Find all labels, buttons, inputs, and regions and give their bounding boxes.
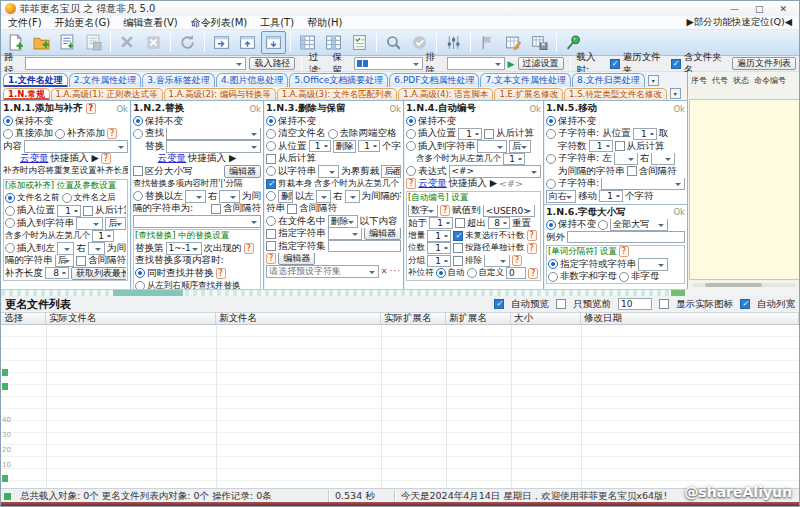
separator-combo[interactable] [638,258,668,271]
find-combo[interactable] [166,128,261,141]
tab-overflow-button[interactable]: ▾ [648,75,659,86]
non-alpha-radio[interactable] [619,272,629,282]
spec-string-checkbox[interactable] [266,229,276,239]
right-combo[interactable] [219,190,240,203]
cmd-col-code[interactable]: 代号 [712,75,728,86]
select-list-icon[interactable] [347,31,372,54]
custom-pad-radio[interactable] [467,268,477,278]
in-name-radio[interactable] [266,216,276,226]
clear-list-icon[interactable] [141,31,166,54]
before-name-radio[interactable] [5,193,15,203]
keep-radio[interactable] [546,116,556,126]
subtab-match-list[interactable]: 1.A.高级(3): 文件名匹配列表 [277,88,398,100]
preview-first-checkbox[interactable] [556,299,566,309]
left-combo[interactable] [614,153,638,166]
preset-charset-combo[interactable]: 请选择预设字符集 [266,265,379,278]
replace-combo[interactable] [166,140,261,153]
case-sensitive-checkbox[interactable] [133,166,143,176]
keep-radio[interactable] [133,116,143,126]
position-spinner[interactable]: 1 [633,128,657,140]
include-sep-checkbox[interactable] [211,204,221,214]
close-button[interactable]: ✕ [779,4,787,14]
replace-between-radio[interactable] [133,191,143,201]
file-list-body[interactable] [1,325,799,488]
simultaneous-radio[interactable] [135,268,145,278]
filter-settings-button[interactable]: 过滤设置 [518,57,564,70]
charset-input[interactable] [328,240,402,252]
assign-combo[interactable]: <USER0> [483,205,535,218]
nth-spinner[interactable]: 1 [503,153,525,165]
cloud-var-link[interactable]: 云变量 [20,153,49,166]
menu-command-list[interactable]: 命令列表(M) [191,16,247,30]
spec-separator-radio[interactable] [548,259,558,269]
case-mode-combo[interactable]: 全部大写 [610,219,668,232]
help-icon[interactable]: ? [619,246,629,257]
pad-length-spinner[interactable]: 8 [45,267,69,279]
keep-filter-combo[interactable] [354,57,423,70]
expression-combo[interactable]: <#> [449,165,542,178]
help-icon[interactable]: ? [244,243,254,254]
sep-side-combo[interactable]: 后 [55,255,75,268]
cmd-col-number[interactable]: 命令编号 [754,75,786,86]
charset-editor-button[interactable]: 编辑器 [278,253,315,266]
move-spinner[interactable]: 1 [599,190,623,202]
keep-radio[interactable] [266,116,276,126]
find-radio[interactable] [133,129,143,139]
count-spinner[interactable]: 1 [358,140,380,152]
help-icon[interactable]: ? [216,268,226,279]
panels-scrollbar[interactable] [1,289,687,296]
include-sep-checkbox[interactable] [627,166,637,176]
help-icon[interactable]: ? [101,153,111,164]
cmd-col-status[interactable]: 状态 [733,75,749,86]
tab-office-summary[interactable]: 5.Office文档摘要处理 [289,73,388,87]
substring-radio[interactable] [546,179,556,189]
delete-between-radio[interactable] [266,191,276,201]
from-end-checkbox[interactable] [266,154,276,164]
delete-keep-combo[interactable]: 删除 [278,190,293,203]
include-sep-checkbox[interactable] [287,204,297,214]
exception-input[interactable] [567,231,685,243]
insert-pos-radio[interactable] [5,206,15,216]
save-list-icon[interactable] [81,31,106,54]
auto-pad-radio[interactable] [436,268,446,278]
walk-folders-checkbox[interactable] [610,59,620,69]
left-combo[interactable] [316,190,331,203]
folder-names-checkbox[interactable] [671,59,681,69]
col-select[interactable]: 选择 [1,313,46,324]
anchor-string-combo[interactable] [76,217,103,230]
insert-at-string-radio[interactable] [5,218,15,228]
case-mode-radio[interactable] [598,220,608,230]
per-path-checkbox[interactable] [453,243,463,253]
cut-by-string-radio[interactable] [266,166,276,176]
substring-pos-radio[interactable] [546,129,556,139]
insert-between-radio[interactable] [5,243,15,253]
tab-music-tags[interactable]: 3.音乐标签处理 [142,73,215,87]
content-combo[interactable] [24,140,128,153]
path-combo[interactable] [25,57,246,70]
editor-button[interactable]: 编辑器 [224,165,261,178]
keep-radio[interactable] [406,116,416,126]
insert-pos-radio[interactable] [406,129,416,139]
col-size[interactable]: 大小 [511,313,581,324]
replace-with-combo[interactable] [133,215,261,228]
add-folder-icon[interactable] [29,31,54,54]
increment-spinner[interactable]: 1 [427,230,451,242]
trim-radio[interactable] [328,129,338,139]
expression-radio[interactable] [406,166,416,176]
auto-width-checkbox[interactable] [740,299,750,309]
col-new-name[interactable]: 新文件名 [216,313,381,324]
load-list-icon[interactable] [55,31,80,54]
send-right-icon[interactable] [209,31,234,54]
start-spinner[interactable]: 1 [429,217,453,229]
col-modified[interactable]: 修改日期 [581,313,799,324]
col-actual-ext[interactable]: 实际扩展名 [381,313,446,324]
from-end-checkbox[interactable] [484,129,494,139]
spec-string-combo[interactable] [328,228,363,241]
char-count-spinner[interactable]: 1 [589,140,613,152]
digits-spinner[interactable]: 1 [427,242,451,254]
command-scrollbar[interactable] [693,283,796,287]
refresh-icon[interactable] [175,31,200,54]
tab-image-info[interactable]: 4.图片信息处理 [216,73,289,87]
menu-tools[interactable]: 工具(T) [260,16,294,30]
help-icon[interactable]: ? [527,243,537,254]
